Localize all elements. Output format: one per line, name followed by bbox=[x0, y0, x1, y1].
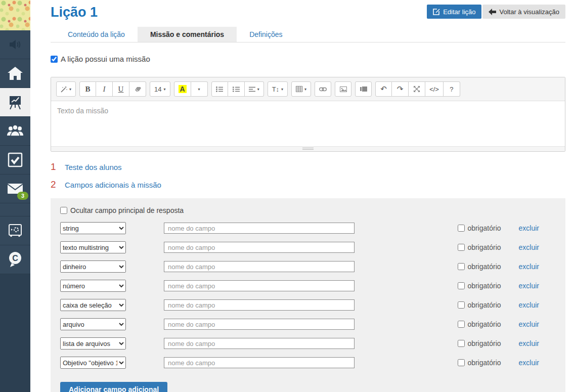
style-dropdown-button[interactable]: ▾ bbox=[56, 81, 76, 97]
bold-button[interactable]: B bbox=[79, 81, 96, 97]
additional-fields-link[interactable]: Campos adicionais à missão bbox=[65, 181, 161, 189]
required-label: obrigatório bbox=[467, 339, 501, 347]
required-label: obrigatório bbox=[467, 224, 501, 232]
delete-field-link[interactable]: excluir bbox=[519, 301, 539, 309]
field-name-input[interactable] bbox=[164, 299, 355, 311]
field-row: número obrigatório excluir bbox=[60, 280, 556, 291]
delete-field-link[interactable]: excluir bbox=[519, 263, 539, 271]
required-label: obrigatório bbox=[467, 282, 501, 290]
field-row: string obrigatório excluir bbox=[60, 223, 556, 234]
field-name-input[interactable] bbox=[164, 261, 355, 272]
delete-field-link[interactable]: excluir bbox=[519, 359, 539, 367]
field-type-select[interactable]: Objetivo "objetivo 1" bbox=[60, 357, 126, 369]
table-icon bbox=[296, 86, 302, 92]
sidebar-item-vault[interactable] bbox=[0, 216, 30, 245]
back-arrow-icon bbox=[489, 9, 496, 15]
code-view-button[interactable]: </> bbox=[425, 81, 444, 97]
field-type-select[interactable]: texto multistring bbox=[60, 241, 126, 253]
sidebar-item-audio[interactable] bbox=[0, 30, 30, 59]
delete-field-link[interactable]: excluir bbox=[519, 282, 539, 290]
sidebar-item-chat[interactable]: C bbox=[0, 245, 30, 274]
required-checkbox[interactable] bbox=[458, 301, 465, 309]
edit-icon bbox=[433, 8, 440, 15]
tab-mission-comments[interactable]: Missão e comentários bbox=[138, 27, 237, 42]
field-type-select[interactable]: arquivo bbox=[60, 318, 126, 330]
chevron-down-icon: ▾ bbox=[304, 87, 306, 92]
hide-main-field-checkbox[interactable] bbox=[60, 207, 67, 214]
sidebar-item-tasks[interactable] bbox=[0, 146, 30, 175]
sidebar-item-messages[interactable]: 3 bbox=[0, 175, 30, 203]
field-row-controls: obrigatório excluir bbox=[458, 339, 556, 347]
unordered-list-button[interactable] bbox=[211, 81, 228, 97]
highlight-color-button[interactable]: A bbox=[174, 81, 191, 97]
required-label: obrigatório bbox=[467, 243, 501, 251]
field-name-input[interactable] bbox=[164, 280, 355, 291]
editor-resize-bar[interactable] bbox=[51, 146, 565, 151]
field-name-input[interactable] bbox=[164, 338, 355, 349]
app-logo[interactable] bbox=[0, 0, 30, 30]
redo-button[interactable]: ↷ bbox=[392, 81, 409, 97]
field-type-select[interactable]: lista de arquivos bbox=[60, 337, 126, 350]
required-checkbox[interactable] bbox=[458, 340, 465, 347]
fullscreen-icon bbox=[414, 86, 420, 92]
sidebar-item-lessons[interactable] bbox=[0, 88, 30, 117]
link-number: 2 bbox=[51, 179, 65, 190]
field-row: arquivo obrigatório excluir bbox=[60, 319, 556, 330]
field-row: dinheiro obrigatório excluir bbox=[60, 261, 556, 272]
undo-icon: ↶ bbox=[380, 84, 387, 94]
field-name-input[interactable] bbox=[164, 357, 355, 368]
sidebar-spacer bbox=[0, 203, 30, 216]
required-checkbox[interactable] bbox=[458, 225, 465, 232]
mission-text-editable[interactable]: Texto da missão bbox=[51, 101, 565, 146]
delete-field-link[interactable]: excluir bbox=[519, 320, 539, 328]
link-number: 1 bbox=[51, 161, 65, 172]
field-type-select[interactable]: string bbox=[60, 222, 126, 234]
delete-field-link[interactable]: excluir bbox=[519, 243, 539, 251]
required-checkbox[interactable] bbox=[458, 263, 465, 270]
add-additional-field-button[interactable]: Adicionar campo adicional bbox=[60, 382, 167, 392]
sidebar-item-home[interactable] bbox=[0, 59, 30, 88]
link-icon bbox=[319, 87, 327, 92]
field-name-input[interactable] bbox=[164, 242, 355, 253]
table-dropdown[interactable]: ▾ bbox=[291, 81, 311, 97]
students-test-link[interactable]: Teste dos alunos bbox=[65, 163, 122, 171]
edit-lesson-button[interactable]: Editar lição bbox=[427, 5, 481, 19]
video-button[interactable] bbox=[355, 81, 372, 97]
ordered-list-button[interactable] bbox=[228, 81, 245, 97]
field-name-input[interactable] bbox=[164, 223, 355, 234]
has-mission-checkbox[interactable] bbox=[51, 56, 58, 63]
help-button[interactable]: ? bbox=[444, 81, 460, 97]
required-label: obrigatório bbox=[467, 320, 501, 328]
field-row: texto multistring obrigatório excluir bbox=[60, 242, 556, 253]
required-checkbox[interactable] bbox=[458, 321, 465, 328]
tab-bar: Conteúdo da lição Missão e comentários D… bbox=[51, 27, 565, 42]
chevron-down-icon: ▾ bbox=[198, 87, 200, 92]
required-checkbox[interactable] bbox=[458, 282, 465, 289]
image-button[interactable] bbox=[335, 81, 351, 97]
sidebar-item-users[interactable] bbox=[0, 117, 30, 146]
paragraph-align-dropdown[interactable]: ▾ bbox=[245, 81, 264, 97]
undo-button[interactable]: ↶ bbox=[375, 81, 392, 97]
line-height-dropdown[interactable]: T↕ ▾ bbox=[268, 81, 288, 97]
font-size-dropdown[interactable]: 14 ▾ bbox=[150, 81, 170, 97]
required-checkbox[interactable] bbox=[458, 244, 465, 251]
field-type-select[interactable]: número bbox=[60, 280, 126, 292]
required-checkbox[interactable] bbox=[458, 359, 465, 366]
tab-lesson-content[interactable]: Conteúdo da lição bbox=[55, 27, 138, 42]
clear-format-button[interactable] bbox=[129, 81, 146, 97]
field-name-input[interactable] bbox=[164, 319, 355, 330]
delete-field-link[interactable]: excluir bbox=[519, 339, 539, 347]
color-dropdown[interactable]: ▾ bbox=[191, 81, 208, 97]
editor-toolbar: ▾ B I U 14 ▾ bbox=[51, 77, 565, 101]
fullscreen-button[interactable] bbox=[409, 81, 425, 97]
italic-button[interactable]: I bbox=[96, 81, 113, 97]
field-row-controls: obrigatório excluir bbox=[458, 320, 556, 328]
underline-button[interactable]: U bbox=[113, 81, 129, 97]
field-type-select[interactable]: dinheiro bbox=[60, 260, 126, 273]
delete-field-link[interactable]: excluir bbox=[519, 224, 539, 232]
tab-settings[interactable]: Definições bbox=[237, 27, 295, 42]
field-type-select[interactable]: caixa de seleção bbox=[60, 299, 126, 311]
back-to-view-button[interactable]: Voltar à visualização bbox=[482, 5, 565, 19]
field-row: lista de arquivos obrigatório excluir bbox=[60, 338, 556, 349]
link-button[interactable] bbox=[315, 81, 331, 97]
